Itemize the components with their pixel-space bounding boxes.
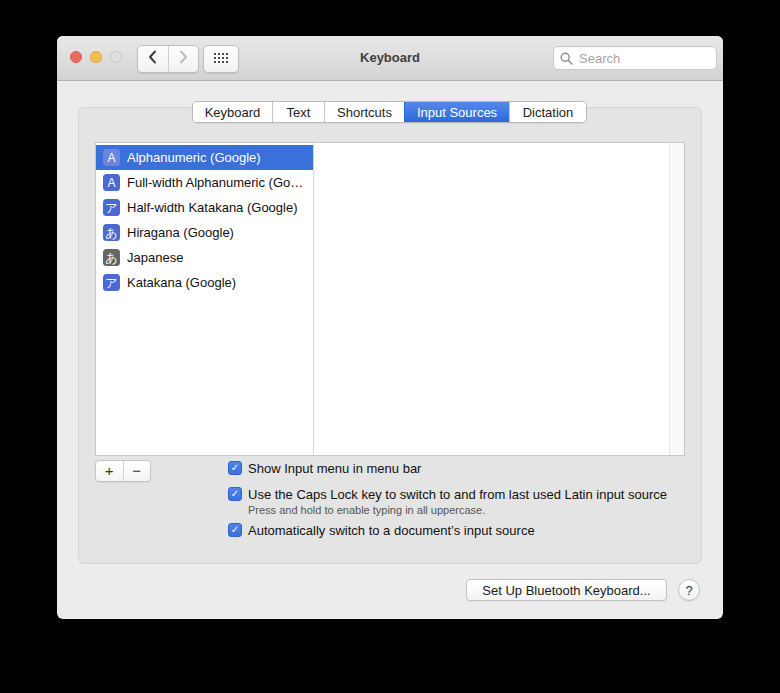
remove-input-source-button[interactable]: − <box>123 461 151 481</box>
add-input-source-button[interactable]: + <box>96 461 123 481</box>
list-item-label: Hiragana (Google) <box>127 225 234 240</box>
question-mark-icon: ? <box>685 583 692 598</box>
caps-lock-note: Press and hold to enable typing in all u… <box>248 504 485 516</box>
minus-icon: − <box>132 463 141 478</box>
list-scrollbar[interactable] <box>669 143 684 455</box>
latin-input-icon: A <box>103 174 120 191</box>
tab-shortcuts[interactable]: Shortcuts <box>324 102 404 122</box>
add-remove-segmented-control: + − <box>95 460 151 482</box>
list-item-label: Katakana (Google) <box>127 275 236 290</box>
tab-input-sources[interactable]: Input Sources <box>404 102 509 122</box>
list-item-japanese[interactable]: あ Japanese <box>96 245 313 270</box>
option-row: ✓ Show Input menu in menu bar <box>228 461 421 476</box>
list-item-katakana-google[interactable]: ア Katakana (Google) <box>96 270 313 295</box>
set-up-bluetooth-keyboard-button[interactable]: Set Up Bluetooth Keyboard... <box>466 579 667 601</box>
forward-button-disabled[interactable] <box>168 46 199 72</box>
plus-icon: + <box>105 463 114 478</box>
checkmark-icon: ✓ <box>231 489 239 499</box>
tab-keyboard[interactable]: Keyboard <box>193 102 272 122</box>
input-sources-list-box: A Alphanumeric (Google) A Full-width Alp… <box>95 142 685 456</box>
katakana-input-icon: ア <box>103 274 120 291</box>
show-all-preferences-button[interactable] <box>203 45 239 73</box>
option-row: ✓ Automatically switch to a document’s i… <box>228 523 535 538</box>
list-item-label: Japanese <box>127 250 183 265</box>
checkbox-label[interactable]: Automatically switch to a document’s inp… <box>248 523 535 538</box>
checkbox-label[interactable]: Use the Caps Lock key to switch to and f… <box>248 487 667 502</box>
close-window-button[interactable] <box>70 51 82 63</box>
katakana-input-icon: ア <box>103 199 120 216</box>
keyboard-preferences-window: Keyboard Keyboard Text Shortcuts Input S… <box>57 36 723 619</box>
list-item-fullwidth-alphanumeric-google[interactable]: A Full-width Alphanumeric (Google) <box>96 170 313 195</box>
checkmark-icon: ✓ <box>231 463 239 473</box>
chevron-right-icon <box>179 50 188 68</box>
auto-switch-document-checkbox[interactable]: ✓ <box>228 523 242 537</box>
tab-text[interactable]: Text <box>272 102 324 122</box>
list-item-hiragana-google[interactable]: あ Hiragana (Google) <box>96 220 313 245</box>
input-source-detail-pane <box>314 143 669 455</box>
checkbox-label[interactable]: Show Input menu in menu bar <box>248 461 421 476</box>
checkmark-icon: ✓ <box>231 525 239 535</box>
zoom-window-button-disabled <box>110 51 122 63</box>
history-nav-group <box>137 45 199 73</box>
tab-dictation[interactable]: Dictation <box>509 102 586 122</box>
preferences-tab-bar: Keyboard Text Shortcuts Input Sources Di… <box>192 101 587 123</box>
list-item-label: Half-width Katakana (Google) <box>127 200 298 215</box>
japanese-input-icon: あ <box>103 249 120 266</box>
search-input[interactable] <box>577 50 757 67</box>
search-field[interactable] <box>553 46 717 70</box>
list-item-label: Alphanumeric (Google) <box>127 150 261 165</box>
search-icon <box>560 52 573 65</box>
back-button[interactable] <box>138 46 168 72</box>
chevron-left-icon <box>148 50 157 68</box>
caps-lock-switch-checkbox[interactable]: ✓ <box>228 487 242 501</box>
list-item-label: Full-width Alphanumeric (Google) <box>127 175 309 190</box>
hiragana-input-icon: あ <box>103 224 120 241</box>
title-bar: Keyboard <box>57 36 723 81</box>
show-input-menu-checkbox[interactable]: ✓ <box>228 461 242 475</box>
latin-input-icon: A <box>103 149 120 166</box>
input-source-list: A Alphanumeric (Google) A Full-width Alp… <box>96 143 314 455</box>
list-item-halfwidth-katakana-google[interactable]: ア Half-width Katakana (Google) <box>96 195 313 220</box>
app-grid-icon <box>214 50 229 68</box>
help-button[interactable]: ? <box>678 579 700 601</box>
minimize-window-button[interactable] <box>90 51 102 63</box>
list-item-alphanumeric-google[interactable]: A Alphanumeric (Google) <box>96 145 313 170</box>
option-row: ✓ Use the Caps Lock key to switch to and… <box>228 487 667 502</box>
